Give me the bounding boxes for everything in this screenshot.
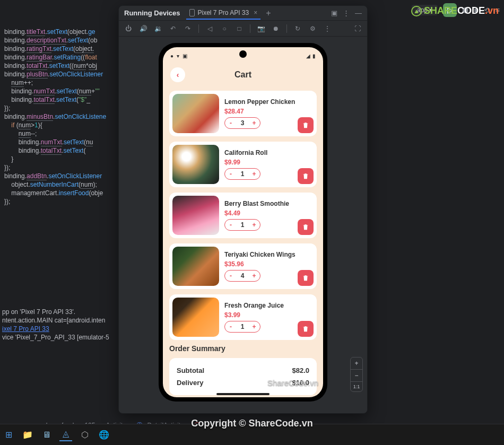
phone-screen[interactable]: ● ▾ ▣ ◢ ▮ ‹ Cart Lemon Pepper: [163, 47, 323, 397]
code-line: binding.minusBtn.setOnClickListene: [4, 112, 119, 121]
explorer-icon[interactable]: 📁: [21, 429, 34, 441]
trash-icon: [302, 121, 309, 129]
food-price: $9.99: [224, 159, 314, 166]
delete-button[interactable]: [298, 168, 314, 184]
expand-icon[interactable]: ⛶: [353, 25, 362, 32]
trash-icon: [302, 172, 309, 180]
power-icon[interactable]: ⏻: [124, 25, 133, 32]
panel-header: Running Devices Pixel 7 Pro API 33 × + ▣…: [119, 6, 367, 21]
delete-button[interactable]: [298, 117, 314, 133]
qty-plus-button[interactable]: +: [248, 272, 260, 280]
code-line: binding.titleTxt.setText(object.ge: [4, 28, 119, 36]
volume-up-icon[interactable]: 🔊: [139, 25, 147, 32]
zoom-out-button[interactable]: −: [351, 369, 362, 381]
dock-icon[interactable]: ▣: [331, 9, 337, 17]
qty-value: 1: [237, 323, 248, 330]
food-name: Fresh Orange Juice: [224, 302, 314, 309]
app-header: ‹ Cart: [163, 64, 323, 85]
back-button[interactable]: ‹: [170, 67, 185, 82]
android-studio-icon[interactable]: ◬: [59, 429, 72, 441]
zoom-ratio-button[interactable]: 1:1: [351, 381, 362, 391]
console-line: vice 'Pixel_7_Pro_API_33 [emulator-5: [2, 333, 119, 342]
quantity-stepper: - 1 +: [224, 219, 260, 231]
chrome-icon[interactable]: 🌐: [98, 429, 110, 441]
food-image: [172, 298, 219, 337]
volume-down-icon[interactable]: 🔉: [154, 25, 162, 32]
console-link[interactable]: ixel 7 Pro API 33: [2, 325, 119, 333]
food-image: [172, 247, 219, 286]
rotate-left-icon[interactable]: ↶: [169, 25, 177, 32]
qty-plus-button[interactable]: +: [248, 221, 260, 229]
rotate-right-icon[interactable]: ↷: [184, 25, 192, 32]
trash-icon: [302, 223, 309, 231]
cart-list[interactable]: Lemon Pepper Chicken $28.47 - 3 + Califo…: [163, 85, 323, 344]
code-editor[interactable]: binding.titleTxt.setText(object.gebindin…: [0, 25, 119, 206]
quantity-stepper: - 1 +: [224, 321, 260, 333]
code-line: binding.numTxt.setText(nu: [4, 138, 119, 146]
unity-icon[interactable]: ⬡: [79, 429, 91, 441]
qty-minus-button[interactable]: -: [225, 170, 237, 178]
food-name: California Roll: [224, 149, 314, 156]
overview-icon[interactable]: □: [235, 25, 244, 32]
order-summary: Order Summary Subtotal $82.0 Delivery $1…: [163, 344, 323, 395]
device-tab-label: Pixel 7 Pro API 33: [197, 9, 249, 16]
summary-title: Order Summary: [169, 344, 317, 353]
code-line: });: [4, 163, 119, 172]
close-tab-icon[interactable]: ×: [254, 9, 257, 16]
food-name: Lemon Pepper Chicken: [224, 98, 314, 106]
device-icon: [189, 9, 195, 16]
qty-minus-button[interactable]: -: [225, 272, 237, 280]
menu-icon[interactable]: ⋮: [323, 25, 332, 32]
food-price: $35.96: [224, 260, 314, 268]
desktop-icon[interactable]: 🖥: [40, 429, 53, 441]
qty-minus-button[interactable]: -: [225, 323, 237, 330]
qty-plus-button[interactable]: +: [248, 119, 260, 127]
device-tab[interactable]: Pixel 7 Pro API 33 ×: [186, 7, 260, 20]
qty-minus-button[interactable]: -: [225, 221, 237, 229]
minimize-icon[interactable]: —: [355, 9, 362, 17]
summary-value: $82.0: [292, 367, 309, 374]
console-output: pp on 'Pixel 7 Pro API 33'. ntent.action…: [0, 308, 119, 342]
delete-button[interactable]: [298, 219, 314, 235]
code-line: binding.addBtn.setOnClickListener: [4, 172, 119, 180]
screenshot-icon[interactable]: 📷: [257, 25, 265, 32]
status-bt-icon: ▣: [183, 53, 187, 59]
home-icon[interactable]: ○: [220, 25, 229, 32]
more-menu-icon[interactable]: ⋮: [343, 9, 350, 17]
watermark-copyright: Copyright © ShareCode.vn: [191, 418, 312, 429]
status-wifi-icon: ▾: [177, 53, 179, 59]
quantity-stepper: - 4 +: [224, 270, 260, 282]
code-line: object.setNumberInCart(num);: [4, 180, 119, 189]
trash-icon: [302, 325, 309, 333]
qty-plus-button[interactable]: +: [248, 170, 260, 178]
delete-button[interactable]: [298, 270, 314, 286]
device-toolbar: ⏻ 🔊 🔉 ↶ ↷ ◁ ○ □ 📷 ⏺ ↻ ⚙ ⋮ ⛶: [119, 21, 367, 37]
summary-label: Delivery: [177, 379, 204, 387]
delete-button[interactable]: [298, 321, 314, 337]
food-price: $4.49: [224, 210, 314, 217]
food-name: Berry Blast Smoothie: [224, 200, 314, 207]
qty-minus-button[interactable]: -: [225, 119, 237, 127]
code-line: binding.descriptionTxt.setText(ob: [4, 36, 119, 45]
add-device-icon[interactable]: +: [266, 8, 271, 18]
food-name: Teriyaki Chicken Wings: [224, 251, 314, 258]
settings-icon[interactable]: ⚙: [308, 25, 317, 32]
battery-icon: ▮: [312, 53, 316, 59]
zoom-in-button[interactable]: +: [351, 357, 362, 369]
code-line: }: [4, 155, 119, 163]
qty-plus-button[interactable]: +: [248, 323, 260, 330]
watermark-small: ShareCode.vn: [267, 378, 318, 387]
panel-title: Running Devices: [124, 9, 180, 17]
code-line: binding.totalTxt.setText((num*obj: [4, 62, 119, 70]
start-icon[interactable]: ⊞: [2, 429, 15, 441]
console-line: ntent.action.MAIN cat=[android.inten: [2, 316, 119, 325]
home-indicator[interactable]: [216, 393, 270, 395]
status-dot-icon: ●: [170, 53, 173, 59]
code-line: });: [4, 197, 119, 206]
record-icon[interactable]: ⏺: [272, 25, 280, 32]
reload-icon[interactable]: ↻: [293, 25, 302, 32]
summary-row-subtotal: Subtotal $82.0: [177, 364, 309, 377]
code-line: num--;: [4, 129, 119, 138]
code-line: binding.plusBtn.setOnClickListener: [4, 70, 119, 78]
back-icon[interactable]: ◁: [205, 25, 214, 32]
